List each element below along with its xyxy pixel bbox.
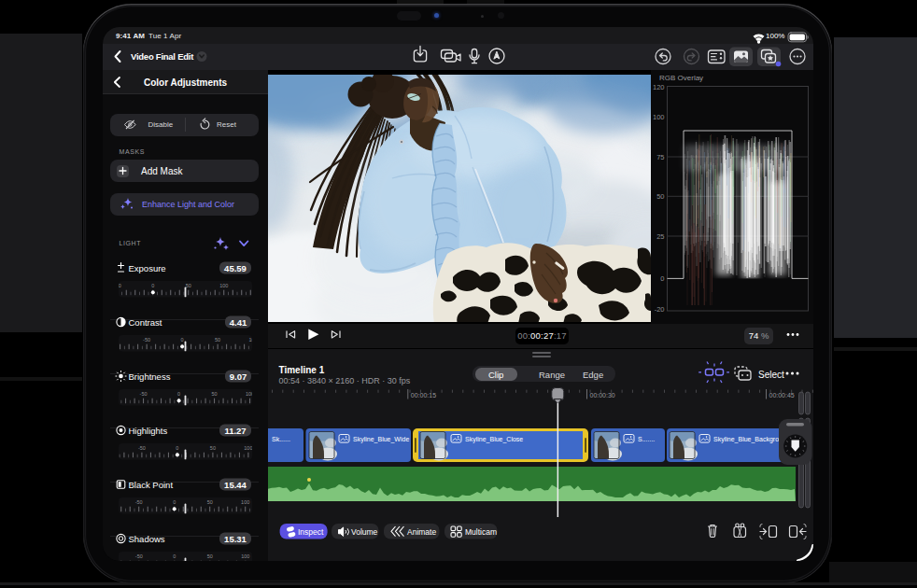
svg-text:Shadows: Shadows bbox=[129, 534, 165, 544]
svg-text:50: 50 bbox=[656, 192, 664, 201]
svg-text:0: 0 bbox=[176, 445, 178, 451]
svg-text:Highlights: Highlights bbox=[129, 426, 168, 436]
svg-text:Animate: Animate bbox=[407, 527, 436, 537]
svg-text:9.07: 9.07 bbox=[230, 371, 247, 382]
svg-text:100: 100 bbox=[249, 337, 258, 343]
svg-text:-50: -50 bbox=[135, 553, 143, 559]
svg-text:Inspect: Inspect bbox=[298, 527, 324, 537]
svg-text:S.......: S....... bbox=[638, 436, 655, 442]
svg-text:00:00:30: 00:00:30 bbox=[590, 392, 615, 399]
svg-text:Multicam: Multicam bbox=[465, 527, 497, 537]
svg-text:45.59: 45.59 bbox=[224, 263, 247, 273]
svg-text:-50: -50 bbox=[138, 445, 146, 451]
svg-text:0: 0 bbox=[173, 553, 176, 559]
svg-text:11.27: 11.27 bbox=[224, 426, 246, 436]
svg-text:0: 0 bbox=[181, 337, 184, 343]
svg-text:100: 100 bbox=[246, 391, 254, 397]
svg-text:50: 50 bbox=[186, 283, 191, 288]
svg-text:-50: -50 bbox=[135, 499, 143, 505]
svg-text:Volume: Volume bbox=[351, 527, 378, 537]
svg-text:150: 150 bbox=[255, 283, 263, 288]
svg-text:Contrast: Contrast bbox=[129, 317, 162, 328]
svg-text:0: 0 bbox=[177, 391, 180, 397]
svg-text:15.31: 15.31 bbox=[224, 534, 247, 544]
svg-text:Skyline_Blue_Wide: Skyline_Blue_Wide bbox=[353, 436, 409, 443]
svg-text:50: 50 bbox=[207, 553, 213, 559]
svg-text:Sk......: Sk...... bbox=[272, 436, 290, 442]
svg-text:00:00:15: 00:00:15 bbox=[411, 392, 436, 399]
svg-text:0: 0 bbox=[660, 274, 664, 283]
svg-text:100: 100 bbox=[241, 499, 249, 505]
svg-text:100: 100 bbox=[219, 283, 228, 288]
svg-text:25: 25 bbox=[656, 232, 664, 241]
svg-text:Skyline_Blue_Backgroun: Skyline_Blue_Backgroun bbox=[713, 436, 786, 443]
svg-text:100: 100 bbox=[653, 113, 665, 121]
svg-text:Black Point: Black Point bbox=[129, 480, 174, 490]
svg-text:50: 50 bbox=[215, 337, 220, 343]
svg-text:50: 50 bbox=[212, 391, 218, 397]
svg-text:-50: -50 bbox=[143, 337, 150, 343]
svg-text:100: 100 bbox=[244, 445, 252, 451]
svg-text:0: 0 bbox=[151, 283, 154, 288]
svg-text:-20: -20 bbox=[655, 305, 665, 314]
svg-text:120: 120 bbox=[653, 83, 665, 91]
svg-text:Skyline_Blue_Close: Skyline_Blue_Close bbox=[465, 436, 523, 443]
svg-text:Exposure: Exposure bbox=[129, 263, 166, 273]
svg-text:-50: -50 bbox=[114, 283, 121, 288]
svg-text:50: 50 bbox=[207, 499, 213, 505]
svg-text:4.41: 4.41 bbox=[230, 317, 247, 328]
svg-text:100: 100 bbox=[241, 553, 249, 559]
svg-text:50: 50 bbox=[210, 445, 216, 451]
svg-text:15.44: 15.44 bbox=[224, 480, 247, 490]
svg-text:75: 75 bbox=[656, 153, 664, 161]
svg-text:00:00:45: 00:00:45 bbox=[769, 392, 795, 399]
svg-text:0: 0 bbox=[173, 499, 176, 505]
svg-text:Brightness: Brightness bbox=[129, 371, 171, 382]
svg-text:-50: -50 bbox=[140, 391, 148, 397]
